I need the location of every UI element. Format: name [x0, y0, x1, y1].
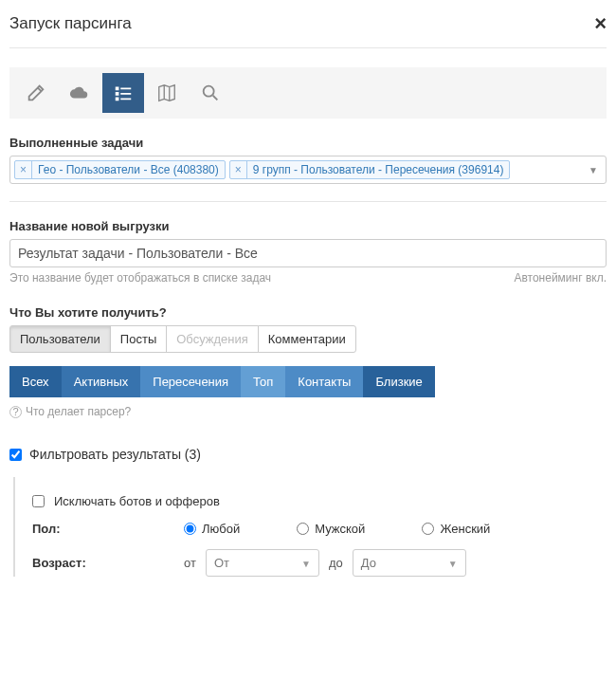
- tasks-source-button[interactable]: [102, 73, 144, 113]
- scope-top-button[interactable]: Топ: [241, 366, 285, 397]
- what-users-button[interactable]: Пользователи: [9, 325, 111, 353]
- search-source-button[interactable]: [190, 73, 231, 113]
- tasks-label: Выполненные задачи: [9, 136, 607, 150]
- gender-female-radio[interactable]: [422, 523, 434, 535]
- what-label: Что Вы хотите получить?: [9, 305, 607, 320]
- age-from-text: от: [184, 556, 196, 570]
- age-from-select[interactable]: От ▼: [206, 549, 319, 577]
- gender-female-option[interactable]: Женский: [422, 522, 490, 536]
- gender-label: Пол:: [32, 522, 174, 536]
- remove-tag-icon[interactable]: ×: [15, 161, 32, 178]
- map-icon: [156, 83, 177, 103]
- source-toolbar: [9, 67, 607, 119]
- exclude-bots-checkbox[interactable]: [32, 495, 45, 507]
- filter-results-label: Фильтровать результаты (3): [29, 447, 201, 462]
- gender-any-radio[interactable]: [184, 523, 196, 535]
- export-name-input[interactable]: [9, 239, 607, 267]
- scope-options: Всех Активных Пересечения Топ Контакты Б…: [9, 366, 607, 397]
- scope-close-button[interactable]: Близкие: [363, 366, 434, 397]
- filter-panel: Исключать ботов и офферов Пол: Любой Муж…: [13, 477, 607, 577]
- scope-contacts-button[interactable]: Контакты: [285, 366, 363, 397]
- exclude-bots-label: Исключать ботов и офферов: [54, 494, 220, 508]
- what-comments-button[interactable]: Комментарии: [258, 325, 356, 353]
- chevron-down-icon[interactable]: ▼: [589, 165, 598, 175]
- chevron-down-icon: ▼: [448, 558, 458, 568]
- task-tag-label: 9 групп - Пользователи - Пересечения (39…: [247, 161, 510, 178]
- task-tag: × Гео - Пользователи - Все (408380): [14, 160, 226, 179]
- task-tag: × 9 групп - Пользователи - Пересечения (…: [229, 160, 511, 179]
- divider: [9, 201, 607, 202]
- search-icon: [200, 83, 221, 103]
- task-tag-label: Гео - Пользователи - Все (408380): [32, 161, 225, 178]
- gender-male-option[interactable]: Мужской: [297, 522, 365, 536]
- autonaming-toggle[interactable]: Автонейминг вкл.: [514, 271, 607, 285]
- export-hint: Это название будет отображаться в списке…: [9, 271, 271, 285]
- what-options: Пользователи Посты Обсуждения Комментари…: [9, 325, 607, 353]
- what-discussions-button: Обсуждения: [166, 325, 259, 353]
- gender-any-option[interactable]: Любой: [184, 522, 240, 536]
- age-to-text: до: [329, 556, 343, 570]
- page-title: Запуск парсинга: [9, 14, 132, 33]
- parser-hint-text: Что делает парсер?: [26, 405, 131, 418]
- scope-active-button[interactable]: Активных: [62, 366, 141, 397]
- parser-help-link[interactable]: ? Что делает парсер?: [9, 405, 607, 418]
- edit-source-button[interactable]: [15, 73, 57, 113]
- export-label: Название новой выгрузки: [9, 219, 607, 233]
- scope-all-button[interactable]: Всех: [9, 366, 62, 397]
- chevron-down-icon: ▼: [301, 558, 311, 568]
- svg-point-0: [204, 86, 214, 97]
- scope-intersections-button[interactable]: Пересечения: [140, 366, 241, 397]
- edit-icon: [26, 83, 46, 103]
- what-posts-button[interactable]: Посты: [110, 325, 167, 353]
- map-source-button[interactable]: [146, 73, 188, 113]
- cloud-icon: [69, 83, 90, 103]
- remove-tag-icon[interactable]: ×: [230, 161, 247, 178]
- tasks-select[interactable]: × Гео - Пользователи - Все (408380) × 9 …: [9, 156, 607, 184]
- gender-male-radio[interactable]: [297, 523, 309, 535]
- list-icon: [113, 83, 134, 103]
- age-label: Возраст:: [32, 556, 174, 570]
- close-icon[interactable]: ×: [594, 13, 607, 34]
- filter-results-checkbox[interactable]: [9, 449, 22, 461]
- cloud-source-button[interactable]: [59, 73, 100, 113]
- age-to-select[interactable]: До ▼: [353, 549, 466, 577]
- question-icon: ?: [9, 406, 22, 418]
